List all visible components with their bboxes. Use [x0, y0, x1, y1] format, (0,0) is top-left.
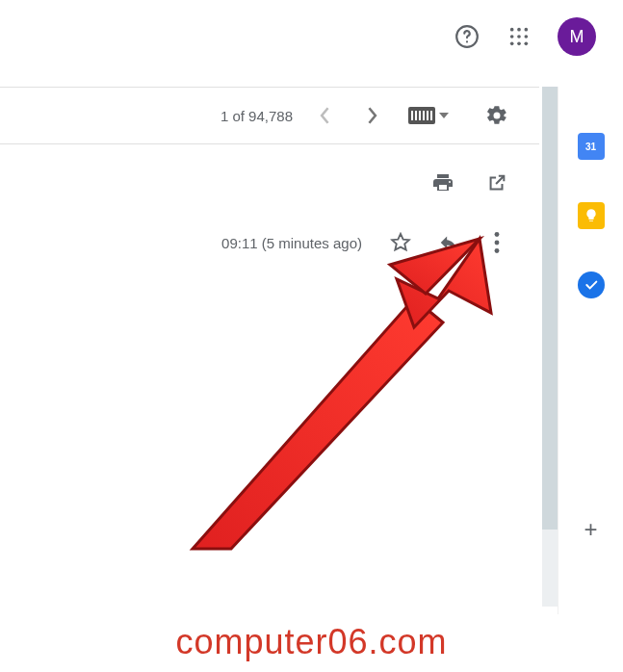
message-pane: 09:11 (5 minutes ago): [0, 144, 539, 672]
keep-app-icon[interactable]: [578, 202, 605, 229]
chevron-down-icon: [439, 113, 449, 118]
svg-point-12: [495, 241, 500, 246]
svg-point-1: [466, 40, 468, 42]
svg-point-2: [510, 28, 514, 32]
reply-button[interactable]: [435, 229, 462, 256]
svg-point-4: [525, 28, 529, 32]
print-button[interactable]: [429, 169, 456, 196]
watermark-text: computer06.com: [175, 622, 447, 662]
message-top-actions: [429, 169, 510, 196]
message-count: 1 of 94,788: [221, 108, 293, 124]
prev-message-button[interactable]: [306, 96, 345, 135]
open-new-window-button[interactable]: [483, 169, 510, 196]
svg-point-11: [495, 232, 500, 237]
svg-point-13: [495, 248, 500, 253]
svg-point-5: [510, 35, 514, 39]
scrollbar[interactable]: [542, 87, 558, 607]
input-tools-button[interactable]: [408, 107, 449, 124]
message-toolbar: 1 of 94,788: [0, 87, 539, 144]
side-panel: 31 +: [558, 87, 623, 614]
tasks-app-icon[interactable]: [578, 271, 605, 298]
next-message-button[interactable]: [352, 96, 391, 135]
scrollbar-thumb[interactable]: [542, 87, 558, 530]
keyboard-icon: [408, 107, 435, 124]
calendar-app-icon[interactable]: 31: [578, 133, 605, 160]
apps-grid-icon[interactable]: [506, 23, 532, 50]
more-options-button[interactable]: [483, 229, 510, 256]
star-button[interactable]: [387, 229, 414, 256]
svg-point-8: [510, 42, 514, 46]
svg-point-10: [525, 42, 529, 46]
header-actions: M: [454, 17, 596, 56]
help-icon[interactable]: [454, 23, 480, 50]
account-avatar[interactable]: M: [558, 17, 596, 56]
add-addon-button[interactable]: +: [584, 516, 597, 543]
svg-point-7: [525, 35, 529, 39]
app-header: M: [0, 0, 623, 67]
message-timestamp: 09:11 (5 minutes ago): [221, 235, 362, 251]
svg-point-3: [517, 28, 521, 32]
svg-point-9: [517, 42, 521, 46]
message-meta-row: 09:11 (5 minutes ago): [221, 229, 510, 256]
svg-point-6: [517, 35, 521, 39]
settings-button[interactable]: [483, 102, 510, 129]
